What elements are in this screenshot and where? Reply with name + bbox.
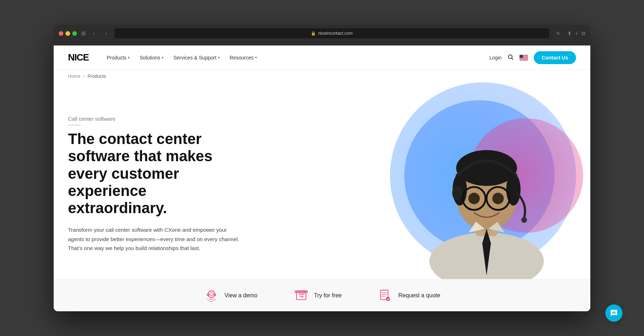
new-tab-button[interactable]: + <box>575 30 578 37</box>
sidebar-toggle-button[interactable]: ⊞ <box>81 30 86 37</box>
svg-point-0 <box>508 55 512 59</box>
svg-rect-6 <box>519 58 528 58</box>
browser-actions: ⬆ + ⧉ <box>567 30 585 37</box>
close-button[interactable] <box>59 31 63 36</box>
lock-icon: 🔒 <box>311 31 316 36</box>
nav-solutions[interactable]: Solutions ▾ <box>140 55 164 61</box>
browser-window: ⊞ ‹ › 🔒 niceincontact.com ↻ ⬆ + ⧉ NICE P… <box>54 25 590 311</box>
url-text: niceincontact.com <box>318 31 352 36</box>
hero-content: Call center software The contact center … <box>54 82 261 279</box>
breadcrumb-home[interactable]: Home <box>68 73 80 79</box>
browser-tabs <box>59 42 585 45</box>
chevron-down-icon: ▾ <box>255 56 257 59</box>
demo-icon <box>204 288 219 303</box>
forward-button[interactable]: › <box>102 29 110 37</box>
cta-try-label: Try for free <box>314 292 342 299</box>
svg-rect-9 <box>519 55 523 58</box>
share-button[interactable]: ⬆ <box>567 30 572 37</box>
contact-us-button[interactable]: Contact Us <box>534 51 576 64</box>
login-link[interactable]: Login <box>489 55 502 61</box>
nav-links: Products ▾ Solutions ▾ Services & Suppor… <box>107 55 489 61</box>
maximize-button[interactable] <box>72 31 77 36</box>
svg-point-19 <box>468 193 480 204</box>
chevron-down-icon: ▾ <box>218 56 220 59</box>
cta-demo[interactable]: View a demo <box>204 288 257 303</box>
back-button[interactable]: ‹ <box>90 29 98 37</box>
hero-section: Call center software The contact center … <box>54 82 590 279</box>
try-icon: START <box>293 288 309 303</box>
cta-demo-label: View a demo <box>224 292 257 299</box>
site-logo[interactable]: NICE <box>68 52 89 63</box>
svg-rect-7 <box>519 59 528 59</box>
svg-point-22 <box>521 217 527 223</box>
cta-quote[interactable]: Request a quote <box>377 288 440 303</box>
breadcrumb-separator: › <box>83 74 85 79</box>
cta-try-free[interactable]: START Try for free <box>293 288 342 303</box>
chevron-down-icon: ▾ <box>128 56 130 59</box>
hero-description: Transform your call center software with… <box>68 225 240 253</box>
refresh-button[interactable]: ↻ <box>556 31 560 36</box>
windows-button[interactable]: ⧉ <box>582 30 585 37</box>
hero-person-illustration <box>401 93 572 279</box>
quote-icon <box>377 288 393 303</box>
cta-bar: View a demo START Try for free <box>54 279 590 311</box>
search-button[interactable] <box>507 54 514 62</box>
nav-services-support[interactable]: Services & Support ▾ <box>174 55 220 61</box>
hero-visual <box>347 82 590 279</box>
svg-rect-34 <box>386 297 390 301</box>
hero-title: The contact center software that makes e… <box>68 130 247 217</box>
svg-text:START: START <box>298 293 305 295</box>
svg-point-21 <box>452 186 462 200</box>
minimize-button[interactable] <box>65 31 70 36</box>
hero-eyebrow: Call center software <box>68 116 247 125</box>
traffic-lights <box>59 31 77 36</box>
language-flag[interactable] <box>519 55 528 61</box>
browser-chrome: ⊞ ‹ › 🔒 niceincontact.com ↻ ⬆ + ⧉ <box>54 25 590 45</box>
breadcrumb: Home › Products <box>54 70 590 82</box>
svg-rect-8 <box>519 59 528 60</box>
svg-point-20 <box>492 193 504 204</box>
cta-quote-label: Request a quote <box>398 292 440 299</box>
chevron-down-icon: ▾ <box>162 56 164 59</box>
nav-products[interactable]: Products ▾ <box>107 55 130 61</box>
nav-actions: Login <box>489 51 576 64</box>
nav-resources[interactable]: Resources ▾ <box>230 55 257 61</box>
address-bar[interactable]: 🔒 niceincontact.com <box>114 28 549 38</box>
breadcrumb-current: Products <box>88 73 106 79</box>
navigation: NICE Products ▾ Solutions ▾ Services & S… <box>54 45 590 70</box>
svg-point-27 <box>210 292 214 296</box>
svg-line-1 <box>512 58 513 59</box>
website-content: NICE Products ▾ Solutions ▾ Services & S… <box>54 45 590 311</box>
